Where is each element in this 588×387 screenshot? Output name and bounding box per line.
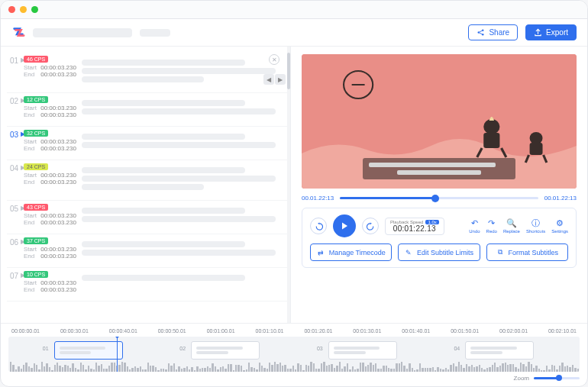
subtitle-text[interactable] bbox=[82, 204, 286, 226]
cps-badge: 37 CPS bbox=[24, 237, 48, 244]
tick-label: 00:02:00.01 bbox=[499, 328, 528, 334]
cps-badge: 43 CPS bbox=[24, 204, 48, 211]
swap-icon: ⇄ bbox=[317, 248, 325, 256]
open-icon: ⧉ bbox=[496, 248, 505, 256]
progress-bar[interactable] bbox=[340, 196, 538, 201]
cps-badge: 12 CPS bbox=[24, 96, 48, 103]
timeline-block-num: 04 bbox=[454, 346, 460, 351]
window-titlebar bbox=[1, 1, 587, 19]
subtitle-row[interactable]: 02▶ 12 CPS Start 00:00:03.230 End 00:00:… bbox=[7, 93, 290, 127]
subtitle-times: 10 CPS Start 00:00:03.230 End 00:00:03.2… bbox=[24, 271, 82, 293]
edit-icon: ✎ bbox=[405, 248, 413, 256]
info-icon: ⓘ bbox=[531, 219, 540, 227]
export-icon bbox=[534, 28, 542, 37]
progress-row: 00.01.22:13 00.01.22:13 bbox=[302, 195, 577, 202]
cps-badge: 10 CPS bbox=[24, 271, 48, 278]
timeline-block[interactable]: 01 bbox=[54, 341, 123, 360]
subtitle-index: 04▶ bbox=[10, 163, 24, 192]
timeline-ticks: 00:00:00.0100:00:30.0100:00:40.0100:00:5… bbox=[8, 328, 580, 337]
playhead[interactable] bbox=[117, 337, 118, 372]
subtitle-times: 12 CPS Start 00:00:03.230 End 00:00:03.2… bbox=[24, 96, 82, 118]
subtitle-times: 37 CPS Start 00:00:03.230 End 00:00:03.2… bbox=[24, 237, 82, 260]
export-button-label: Export bbox=[546, 28, 568, 37]
zoom-control[interactable]: Zoom bbox=[8, 372, 580, 382]
replace-button[interactable]: 🔍Replace bbox=[503, 219, 520, 234]
redo-icon: ↷ bbox=[487, 219, 496, 227]
redo-button[interactable]: ↷Redo bbox=[486, 219, 497, 234]
project-title-placeholder bbox=[33, 28, 132, 37]
window-max-dot[interactable] bbox=[31, 6, 38, 13]
subtitle-times: 43 CPS Start 00:00:03.230 End 00:00:03.2… bbox=[24, 204, 82, 226]
play-button[interactable] bbox=[333, 214, 356, 237]
cps-badge: 46 CPS bbox=[24, 56, 48, 63]
timeline-block[interactable]: 02 bbox=[191, 341, 260, 360]
timeline-block[interactable]: 03 bbox=[328, 341, 397, 360]
project-meta-placeholder bbox=[140, 29, 170, 37]
svg-point-10 bbox=[530, 132, 543, 144]
tick-label: 00:00:30.01 bbox=[60, 328, 89, 334]
tick-label: 00:01:40.01 bbox=[402, 328, 430, 334]
svg-rect-11 bbox=[530, 143, 543, 155]
time-right: 00.01.22:13 bbox=[544, 195, 577, 202]
subtitle-row[interactable]: 07▶ 10 CPS Start 00:00:03.230 End 00:00:… bbox=[7, 268, 290, 302]
tick-label: 00:02:10.01 bbox=[548, 328, 577, 334]
manage-timecode-button[interactable]: ⇄Manage Timecode bbox=[310, 243, 392, 261]
time-left: 00.01.22:13 bbox=[302, 195, 334, 202]
tick-label: 00:01:30.01 bbox=[353, 328, 381, 334]
skip-forward-button[interactable] bbox=[362, 218, 379, 234]
svg-point-6 bbox=[483, 119, 499, 134]
subtitle-text[interactable] bbox=[82, 163, 286, 192]
video-subtitle-overlay bbox=[363, 158, 515, 179]
timecode-display[interactable]: Playback Speed1.0x 00:01:22.13 bbox=[385, 218, 444, 235]
window-min-dot[interactable] bbox=[20, 6, 27, 13]
cps-badge: 24 CPS bbox=[24, 163, 48, 170]
subtitle-row[interactable]: 03▶ 32 CPS Start 00:00:03.230 End 00:00:… bbox=[7, 127, 290, 160]
subtitle-text[interactable] bbox=[82, 96, 286, 118]
settings-button[interactable]: ⚙Settings bbox=[551, 219, 568, 234]
app-window: Share Export ✕ ◀ ▶ 01▶ 46 CPS Start 00:0… bbox=[0, 0, 588, 387]
tick-label: 00:00:00.01 bbox=[11, 328, 40, 334]
subtitle-index: 05▶ bbox=[10, 204, 24, 226]
subtitle-panel: ✕ ◀ ▶ 01▶ 46 CPS Start 00:00:03.230 End … bbox=[1, 47, 291, 323]
format-subtitles-button[interactable]: ⧉Format Subtitles bbox=[486, 243, 568, 261]
subtitle-text[interactable] bbox=[82, 271, 286, 293]
subtitle-row[interactable]: 01▶ 46 CPS Start 00:00:03.230 End 00:00:… bbox=[7, 53, 290, 93]
tick-label: 00:01:00.01 bbox=[207, 328, 235, 334]
subtitle-times: 24 CPS Start 00:00:03.230 End 00:00:03.2… bbox=[24, 163, 82, 192]
svg-rect-7 bbox=[483, 133, 499, 148]
subtitle-text[interactable] bbox=[82, 237, 286, 260]
timecode-value: 00:01:22.13 bbox=[393, 224, 436, 233]
shortcuts-button[interactable]: ⓘShortcuts bbox=[526, 219, 545, 234]
controls-card: Playback Speed1.0x 00:01:22.13 ↶Undo ↷Re… bbox=[302, 208, 577, 268]
timeline-track[interactable]: 01020304 bbox=[8, 337, 580, 372]
share-button[interactable]: Share bbox=[468, 24, 518, 40]
subtitle-row[interactable]: 04▶ 24 CPS Start 00:00:03.230 End 00:00:… bbox=[7, 160, 290, 201]
tick-label: 00:01:10.01 bbox=[256, 328, 284, 334]
zoom-label: Zoom bbox=[514, 375, 529, 382]
video-preview[interactable] bbox=[302, 54, 577, 189]
subtitle-index: 07▶ bbox=[10, 271, 24, 293]
subtitle-row[interactable]: 06▶ 37 CPS Start 00:00:03.230 End 00:00:… bbox=[7, 234, 290, 268]
subtitle-list[interactable]: 01▶ 46 CPS Start 00:00:03.230 End 00:00:… bbox=[1, 47, 290, 323]
edit-limits-button[interactable]: ✎Edit Subtitle Limits bbox=[398, 243, 480, 261]
tick-label: 00:01:20.01 bbox=[304, 328, 332, 334]
subtitle-times: 32 CPS Start 00:00:03.230 End 00:00:03.2… bbox=[24, 130, 82, 152]
sliders-icon: ⚙ bbox=[556, 219, 564, 227]
skip-back-button[interactable] bbox=[310, 218, 327, 234]
subtitle-text[interactable] bbox=[82, 56, 286, 85]
window-close-dot[interactable] bbox=[8, 6, 15, 13]
timeline-block-num: 01 bbox=[43, 346, 49, 351]
subtitle-index: 02▶ bbox=[10, 96, 24, 118]
subtitle-index: 06▶ bbox=[10, 237, 24, 260]
timeline-panel: 00:00:00.0100:00:30.0100:00:40.0100:00:5… bbox=[1, 323, 587, 386]
subtitle-row[interactable]: 05▶ 43 CPS Start 00:00:03.230 End 00:00:… bbox=[7, 201, 290, 234]
export-button[interactable]: Export bbox=[525, 24, 577, 40]
undo-icon: ↶ bbox=[470, 219, 479, 227]
share-button-label: Share bbox=[489, 28, 509, 37]
undo-button[interactable]: ↶Undo bbox=[469, 219, 480, 234]
player-panel: 00.01.22:13 00.01.22:13 Playback Speed1.… bbox=[291, 47, 587, 323]
subtitle-scrollbar[interactable] bbox=[287, 47, 290, 323]
subtitle-text[interactable] bbox=[82, 130, 286, 152]
waveform bbox=[8, 361, 580, 372]
timeline-block[interactable]: 04 bbox=[465, 341, 534, 360]
